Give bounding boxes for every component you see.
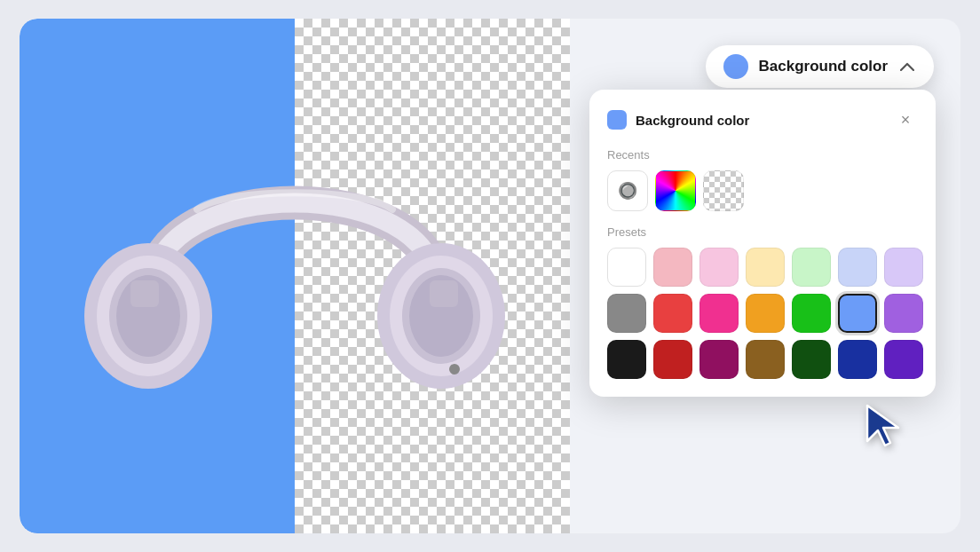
cursor-icon [863, 401, 907, 450]
panel-color-swatch [607, 110, 627, 130]
main-container: Background color Background color × Rece… [20, 19, 960, 533]
preset-light-purple[interactable] [884, 248, 923, 287]
presets-grid [607, 248, 918, 379]
preset-light-blue[interactable] [838, 248, 877, 287]
preset-light-yellow[interactable] [746, 248, 785, 287]
preset-dark-green[interactable] [792, 340, 831, 379]
eyedropper-button[interactable]: 🔘 [607, 170, 648, 211]
preset-blue[interactable] [838, 294, 877, 333]
preset-dark-red[interactable] [653, 340, 692, 379]
image-area [20, 19, 570, 533]
preset-white[interactable] [607, 248, 646, 287]
preset-light-green[interactable] [792, 248, 831, 287]
svg-point-8 [449, 364, 460, 375]
preset-red[interactable] [653, 294, 692, 333]
preset-light-pink[interactable] [653, 248, 692, 287]
transparent-swatch[interactable] [703, 170, 744, 211]
pill-label: Background color [759, 58, 888, 75]
panel-header-left: Background color [607, 110, 749, 130]
pill-color-swatch [723, 54, 748, 79]
preset-gray[interactable] [607, 294, 646, 333]
preset-light-rose[interactable] [699, 248, 739, 287]
color-picker-panel: Background color × Recents 🔘 Presets [589, 90, 936, 397]
recents-section: Recents 🔘 [607, 148, 918, 211]
cursor-overlay [863, 401, 907, 453]
recents-label: Recents [607, 148, 918, 162]
preset-dark-blue[interactable] [838, 340, 877, 379]
preset-dark-purple[interactable] [884, 340, 923, 379]
preset-dark-rose[interactable] [699, 340, 739, 379]
preset-dark-yellow[interactable] [746, 340, 785, 379]
preset-green[interactable] [792, 294, 831, 333]
spectrum-swatch[interactable] [655, 170, 696, 211]
preset-purple[interactable] [884, 294, 923, 333]
top-bar: Background color [706, 45, 934, 88]
panel-title: Background color [636, 113, 749, 128]
preset-orange[interactable] [746, 294, 785, 333]
preset-hot-pink[interactable] [699, 294, 739, 333]
background-color-pill[interactable]: Background color [706, 45, 934, 88]
preset-black[interactable] [607, 340, 646, 379]
svg-rect-10 [430, 280, 458, 307]
presets-label: Presets [607, 225, 918, 239]
recents-items: 🔘 [607, 170, 918, 211]
presets-section: Presets [607, 225, 918, 379]
headphones-image [64, 85, 526, 467]
panel-header: Background color × [607, 107, 918, 132]
chevron-up-icon [898, 58, 916, 75]
eyedropper-icon: 🔘 [618, 181, 637, 201]
svg-rect-9 [130, 280, 159, 307]
close-button[interactable]: × [893, 107, 918, 132]
